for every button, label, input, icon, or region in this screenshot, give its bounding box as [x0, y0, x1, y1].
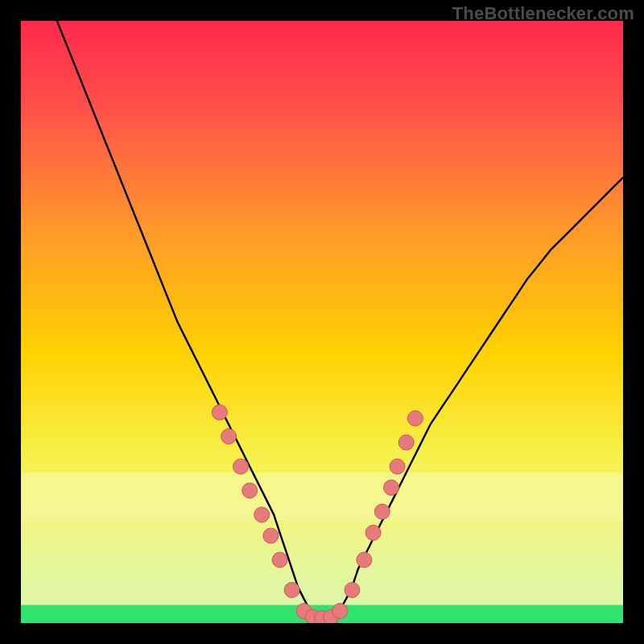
gradient-background	[21, 21, 623, 623]
highlight-dot	[242, 483, 258, 498]
highlight-dot	[212, 405, 227, 420]
highlight-dot	[374, 504, 390, 519]
highlight-dot	[272, 552, 287, 568]
highlight-dot	[284, 582, 299, 597]
highlight-dot	[365, 525, 381, 540]
attribution-text: TheBottlenecker.com	[452, 3, 634, 24]
highlight-dot	[407, 411, 423, 426]
highlight-dot	[384, 480, 399, 495]
band-pale-yellow	[21, 473, 623, 521]
highlight-dot	[254, 507, 270, 522]
highlight-dot	[332, 604, 348, 619]
highlight-dot	[398, 435, 414, 450]
plot-area	[21, 21, 623, 623]
highlight-dot	[390, 459, 405, 474]
highlight-dot	[233, 459, 249, 474]
highlight-dot	[345, 582, 360, 597]
highlight-dot	[263, 528, 279, 543]
frame: TheBottlenecker.com	[0, 0, 644, 644]
highlight-dot	[357, 552, 372, 568]
bottleneck-curve-chart	[21, 21, 623, 623]
highlight-dot	[221, 429, 237, 444]
